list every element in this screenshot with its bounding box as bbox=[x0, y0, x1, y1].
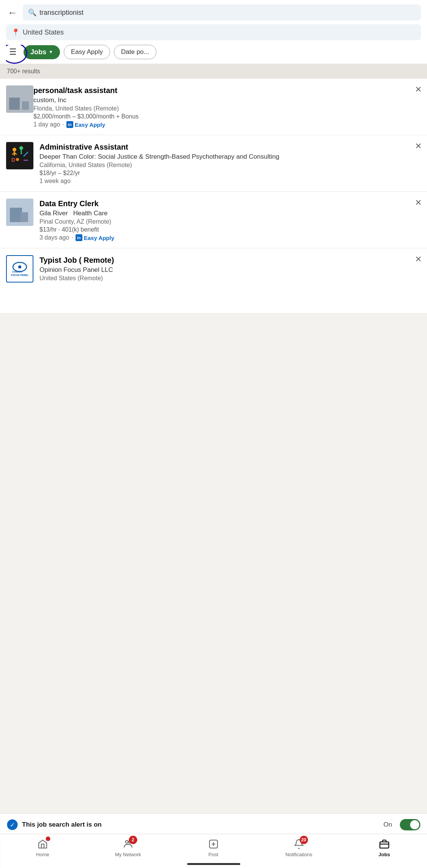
filter-menu-button[interactable]: ☰ bbox=[6, 46, 20, 58]
svg-text:D: D bbox=[11, 157, 15, 163]
dismiss-button[interactable]: ✕ bbox=[415, 198, 422, 208]
job-company: Deeper Than Color: Social Justice & Stre… bbox=[39, 153, 410, 161]
job-info: Administrative Assistant Deeper Than Col… bbox=[39, 142, 421, 185]
table-row[interactable]: Data Entry Clerk Gila River Health Care … bbox=[0, 192, 427, 248]
nav-label-home: Home bbox=[36, 852, 49, 857]
nav-item-home[interactable]: Home bbox=[29, 838, 56, 857]
job-meta: 1 week ago bbox=[39, 178, 410, 185]
alert-on-label: On bbox=[383, 821, 392, 829]
job-meta: 1 day ago · in Easy Apply bbox=[33, 121, 410, 128]
svg-point-11 bbox=[18, 265, 21, 268]
table-row[interactable]: OPINION FOCUS PANEL Typist Job ( Remote)… bbox=[0, 248, 427, 314]
easy-apply-badge: in Easy Apply bbox=[66, 121, 105, 128]
svg-point-0 bbox=[13, 148, 16, 152]
job-posted: 3 days ago bbox=[39, 234, 69, 241]
post-icon bbox=[207, 838, 219, 850]
company-logo bbox=[6, 85, 33, 113]
home-notification-dot bbox=[46, 836, 50, 841]
jobs-filter-button[interactable]: Jobs ▼ bbox=[24, 45, 60, 59]
job-location: United States (Remote) bbox=[39, 275, 410, 282]
job-salary: $2,000/month – $3,000/month + Bonus bbox=[33, 113, 410, 120]
caret-icon: ▼ bbox=[49, 49, 53, 55]
home-indicator bbox=[187, 863, 240, 865]
nav-item-notifications[interactable]: 20 Notifications bbox=[285, 838, 312, 857]
job-location: Pinal County, AZ (Remote) bbox=[39, 218, 410, 225]
nav-item-post[interactable]: Post bbox=[200, 838, 227, 857]
company-logo: OPINION FOCUS PANEL bbox=[6, 255, 33, 282]
job-posted: 1 week ago bbox=[39, 178, 71, 185]
job-location: Florida, United States (Remote) bbox=[33, 105, 410, 112]
job-title: Data Entry Clerk bbox=[39, 199, 410, 208]
date-posted-filter-button[interactable]: Date po... bbox=[114, 45, 156, 59]
svg-line-7 bbox=[24, 152, 28, 156]
job-title: Administrative Assistant bbox=[39, 142, 410, 152]
separator: · bbox=[71, 234, 73, 241]
opinion-logo-svg: OPINION bbox=[12, 261, 28, 273]
alert-label: This job search alert is on bbox=[22, 821, 379, 829]
network-badge: 2 bbox=[129, 836, 137, 844]
job-info: personal/task assistant custom, Inc Flor… bbox=[33, 85, 421, 128]
search-icon: 🔍 bbox=[28, 8, 36, 17]
easy-apply-badge: in Easy Apply bbox=[76, 234, 114, 241]
home-icon bbox=[36, 838, 49, 850]
job-info: Typist Job ( Remote) Opinion Focus Panel… bbox=[39, 255, 421, 283]
dismiss-button[interactable]: ✕ bbox=[415, 141, 422, 151]
jobs-list: personal/task assistant custom, Inc Flor… bbox=[0, 79, 427, 314]
alert-check-icon: ✓ bbox=[7, 819, 17, 830]
header: ← 🔍 transcriptionist 📍 United States ☰ J… bbox=[0, 0, 427, 64]
svg-text:OPINION: OPINION bbox=[12, 271, 22, 273]
search-input-value: transcriptionist bbox=[39, 9, 84, 17]
dismiss-button[interactable]: ✕ bbox=[415, 85, 422, 95]
job-company: custom, Inc bbox=[33, 96, 410, 104]
results-count: 700+ results bbox=[7, 68, 40, 74]
back-button[interactable]: ← bbox=[6, 7, 19, 19]
job-posted: 1 day ago bbox=[33, 121, 60, 128]
svg-rect-18 bbox=[380, 842, 389, 848]
job-title: Typist Job ( Remote) bbox=[39, 255, 410, 265]
job-title: personal/task assistant bbox=[33, 85, 410, 95]
job-info: Data Entry Clerk Gila River Health Care … bbox=[39, 199, 421, 241]
nav-label-my-network: My Network bbox=[115, 852, 141, 857]
location-input-value: United States bbox=[23, 28, 64, 36]
nav-item-my-network[interactable]: 2 My Network bbox=[115, 838, 141, 857]
table-row[interactable]: D Administrative Assistant Deeper Than C… bbox=[0, 135, 427, 192]
search-row: ← 🔍 transcriptionist bbox=[6, 5, 421, 21]
job-salary: $13/hr · 401(k) benefit bbox=[39, 226, 410, 233]
dismiss-button[interactable]: ✕ bbox=[415, 254, 422, 264]
svg-point-9 bbox=[16, 158, 19, 161]
linkedin-icon: in bbox=[76, 234, 82, 241]
separator: · bbox=[62, 121, 64, 128]
svg-point-4 bbox=[19, 146, 23, 150]
nav-item-jobs[interactable]: Jobs bbox=[371, 838, 398, 857]
search-box[interactable]: 🔍 transcriptionist bbox=[23, 5, 421, 21]
easy-apply-filter-button[interactable]: Easy Apply bbox=[64, 45, 110, 59]
nav-label-post: Post bbox=[208, 852, 218, 857]
linkedin-icon: in bbox=[66, 121, 73, 128]
company-logo bbox=[6, 199, 33, 226]
job-company: Gila River Health Care bbox=[39, 210, 410, 217]
filter-row: ☰ Jobs ▼ Easy Apply Date po... bbox=[6, 45, 421, 64]
nav-label-jobs: Jobs bbox=[378, 852, 390, 857]
dtc-logo-svg: D bbox=[9, 145, 30, 166]
company-logo: D bbox=[6, 142, 33, 169]
table-row[interactable]: personal/task assistant custom, Inc Flor… bbox=[0, 79, 427, 135]
nav-label-notifications: Notifications bbox=[285, 852, 312, 857]
results-bar: 700+ results bbox=[0, 64, 427, 79]
job-salary: $18/yr – $22/yr bbox=[39, 170, 410, 177]
svg-point-13 bbox=[125, 841, 128, 843]
job-location: California, United States (Remote) bbox=[39, 162, 410, 169]
job-company: Opinion Focus Panel LLC bbox=[39, 266, 410, 274]
job-meta: 3 days ago · in Easy Apply bbox=[39, 234, 410, 241]
notifications-badge: 20 bbox=[299, 836, 308, 844]
network-icon: 2 bbox=[122, 838, 134, 850]
briefcase-icon bbox=[378, 838, 391, 850]
alert-bar: ✓ This job search alert is on On bbox=[0, 813, 427, 836]
bell-icon: 20 bbox=[293, 838, 305, 850]
alert-toggle[interactable] bbox=[400, 819, 420, 830]
location-row[interactable]: 📍 United States bbox=[6, 24, 421, 40]
location-icon: 📍 bbox=[11, 28, 20, 36]
